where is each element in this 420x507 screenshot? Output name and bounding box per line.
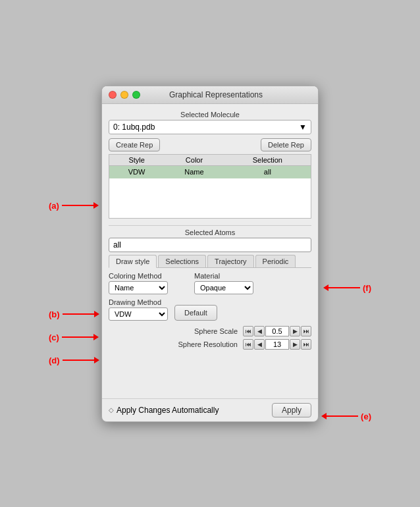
sphere-scale-controls: ⏮ ◀ 0.5 ▶ ⏭: [243, 326, 311, 336]
coloring-method-select[interactable]: Name: [109, 281, 168, 294]
sphere-scale-first-btn[interactable]: ⏮: [243, 326, 253, 336]
col-color: Color: [164, 154, 224, 165]
cell-selection: all: [224, 165, 311, 178]
auto-apply-row: ◇ Apply Changes Automatically: [109, 406, 219, 415]
sphere-resolution-row: Sphere Resolution ⏮ ◀ 13 ▶ ⏭: [109, 339, 311, 350]
sphere-scale-value: 0.5: [265, 326, 289, 336]
sphere-res-first-btn[interactable]: ⏮: [243, 339, 253, 350]
material-label: Material: [194, 272, 253, 280]
representations-table: Style Color Selection VDW Name all: [109, 154, 311, 219]
sphere-scale-label: Sphere Scale: [194, 327, 238, 335]
annotation-b: (b): [49, 309, 60, 319]
sphere-scale-prev-btn[interactable]: ◀: [254, 326, 265, 336]
delete-rep-button[interactable]: Delete Rep: [261, 138, 311, 151]
coloring-method-group: Coloring Method Name: [109, 272, 168, 294]
close-button[interactable]: [109, 91, 117, 99]
tab-selections[interactable]: Selections: [158, 255, 206, 267]
apply-button[interactable]: Apply: [272, 403, 311, 417]
empty-row: [109, 178, 311, 218]
sphere-resolution-value: 13: [265, 339, 289, 350]
sphere-scale-last-btn[interactable]: ⏭: [301, 326, 311, 336]
window-title: Graphical Representations: [120, 90, 311, 99]
slider-section: Sphere Scale ⏮ ◀ 0.5 ▶ ⏭ Sphere Resoluti…: [109, 326, 311, 350]
bottom-bar: ◇ Apply Changes Automatically Apply: [102, 398, 318, 421]
annotation-d: (d): [49, 356, 60, 365]
diamond-icon: ◇: [109, 406, 114, 414]
selected-atoms-label: Selected Atoms: [109, 225, 311, 238]
atoms-input[interactable]: [109, 238, 311, 252]
tab-bar: Draw style Selections Trajectory Periodi…: [109, 255, 311, 268]
selected-molecule-label: Selected Molecule: [109, 108, 311, 120]
drawing-method-label: Drawing Method: [109, 298, 168, 306]
sphere-scale-next-btn[interactable]: ▶: [290, 326, 300, 336]
coloring-method-label: Coloring Method: [109, 272, 168, 280]
molecule-dropdown[interactable]: 0: 1ubq.pdb ▼: [109, 120, 311, 134]
default-button[interactable]: Default: [174, 305, 217, 321]
sphere-res-last-btn[interactable]: ⏭: [301, 339, 311, 350]
tab-periodic[interactable]: Periodic: [255, 255, 296, 267]
sphere-res-next-btn[interactable]: ▶: [290, 339, 300, 350]
cell-style: VDW: [109, 165, 165, 178]
main-window: Graphical Representations Selected Molec…: [101, 86, 319, 422]
drawing-method-select[interactable]: VDW: [109, 307, 168, 321]
tab-trajectory[interactable]: Trajectory: [207, 255, 254, 267]
coloring-material-row: Coloring Method Name Material Opaque: [109, 272, 311, 294]
col-selection: Selection: [224, 154, 311, 165]
rep-buttons-row: Create Rep Delete Rep: [109, 138, 311, 151]
tab-draw-style[interactable]: Draw style: [109, 255, 157, 268]
drawing-method-group: Drawing Method VDW: [109, 298, 168, 321]
annotation-c: (c): [49, 333, 59, 342]
sphere-res-prev-btn[interactable]: ◀: [254, 339, 265, 350]
title-bar: Graphical Representations: [102, 86, 318, 104]
col-style: Style: [109, 154, 165, 165]
material-select[interactable]: Opaque: [194, 281, 253, 294]
create-rep-button[interactable]: Create Rep: [109, 138, 160, 151]
drawing-method-row: Drawing Method VDW Default: [109, 298, 311, 321]
material-group: Material Opaque: [194, 272, 253, 294]
sphere-resolution-controls: ⏮ ◀ 13 ▶ ⏭: [243, 339, 311, 350]
annotation-e: (e): [361, 412, 371, 421]
table-row[interactable]: VDW Name all: [109, 165, 311, 178]
annotation-f: (f): [363, 283, 371, 293]
auto-apply-label: Apply Changes Automatically: [117, 406, 219, 415]
sphere-scale-row: Sphere Scale ⏮ ◀ 0.5 ▶ ⏭: [109, 326, 311, 336]
sphere-resolution-label: Sphere Resolution: [178, 340, 238, 348]
annotation-a: (a): [49, 201, 59, 211]
cell-color: Name: [164, 165, 224, 178]
